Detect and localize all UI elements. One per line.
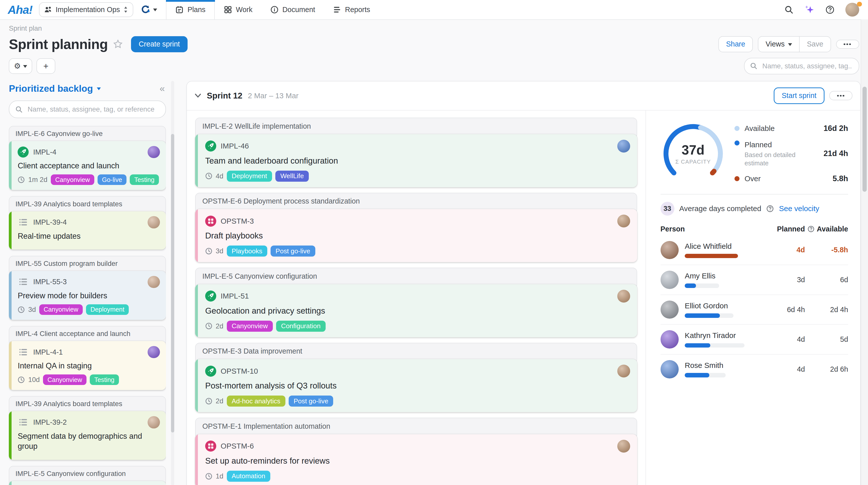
- develop-menu[interactable]: [141, 5, 157, 14]
- backlog-search-input[interactable]: [26, 105, 159, 114]
- legend-available: Available 16d 2h: [735, 124, 848, 133]
- work-grid-icon: [224, 5, 232, 14]
- record-reference: IMPL-51: [221, 292, 249, 300]
- work-item-card[interactable]: IMPL-51 Geolocation and privacy settings…: [195, 284, 637, 337]
- work-item-card[interactable]: IMPL-39-4 Real-time updates: [9, 211, 166, 250]
- person-available: 6d: [805, 276, 848, 284]
- ai-sparkle-icon[interactable]: [804, 4, 815, 15]
- epic-name: OPSTM-E-3 Data improvement: [203, 347, 302, 355]
- tag-list: PlaybooksPost go-live: [227, 246, 315, 257]
- start-sprint-button[interactable]: Start sprint: [774, 88, 824, 104]
- card-status-edge: [195, 209, 198, 262]
- question-icon[interactable]: [766, 205, 774, 213]
- tab-work[interactable]: Work: [215, 0, 261, 19]
- capacity-people-list: Alice Whitfield 4d -5.8h Amy Ellis 3d 6d…: [660, 235, 848, 384]
- work-item-card[interactable]: OPSTM-10 Post-mortem analysis of Q3 roll…: [195, 359, 637, 412]
- assignee-avatar: [148, 416, 160, 428]
- record-reference: IMPL-39-2: [33, 418, 67, 426]
- tag-list: DeploymentWellLife: [227, 171, 309, 182]
- save-button[interactable]: Save: [800, 37, 830, 52]
- record-title: Client acceptance and launch: [18, 161, 160, 171]
- views-button[interactable]: Views: [758, 37, 799, 52]
- scrollbar-thumb[interactable]: [171, 134, 174, 432]
- tag-pill: Configuration: [276, 321, 326, 332]
- capacity-bar-track: [685, 284, 719, 288]
- tab-reports[interactable]: Reports: [324, 0, 379, 19]
- epic-name: IMPL-39 Analytics board templates: [16, 200, 122, 208]
- tag-pill: Canyonview: [227, 321, 273, 332]
- tag-pill: Deployment: [227, 171, 272, 182]
- tag-pill: Go-live: [98, 174, 126, 185]
- tag-pill: Canyonview: [39, 304, 83, 315]
- create-sprint-button[interactable]: Create sprint: [131, 36, 188, 52]
- capacity-bar-track: [685, 373, 726, 378]
- tag-pill: Testing: [130, 174, 159, 185]
- rocket-icon: [205, 366, 216, 377]
- work-item-card[interactable]: OPSTM-3 Draft playbooks 3d PlaybooksPost…: [195, 209, 637, 262]
- capacity-bar-fill: [685, 313, 720, 318]
- clock-icon: [18, 306, 25, 313]
- work-item-card[interactable]: IMPL-39-2 Segment data by demographics a…: [9, 411, 166, 460]
- sprint-more-button[interactable]: [829, 91, 852, 100]
- assignee-avatar: [617, 290, 630, 302]
- avg-days-label: Average days completed: [679, 204, 761, 213]
- record-title: Set up auto-reminders for reviews: [205, 455, 630, 466]
- page-scrollbar[interactable]: [861, 19, 868, 485]
- develop-cycle-icon: [141, 5, 150, 14]
- legend-dot: [735, 176, 740, 181]
- scrollbar-thumb[interactable]: [863, 87, 867, 192]
- backlog-title-dropdown[interactable]: Prioritized backlog: [9, 83, 93, 94]
- tab-label: Reports: [345, 5, 370, 14]
- epic-name: OPSTM-E-1 Implementation automation: [203, 422, 331, 430]
- card-status-edge: [9, 411, 11, 460]
- tag-pill: Canyonview: [43, 375, 87, 385]
- work-item-card[interactable]: IMPL-46 Team and leaderboard configurati…: [195, 134, 637, 187]
- question-icon[interactable]: [807, 225, 815, 233]
- legend-sub-label: Based on detailed estimate: [745, 151, 819, 167]
- person-name: Rose Smith: [685, 361, 771, 370]
- work-item-card[interactable]: IMPL-4 Client acceptance and launch 1m 2…: [9, 141, 166, 190]
- sidebar-scrollbar[interactable]: [171, 81, 174, 485]
- more-button[interactable]: [836, 40, 859, 49]
- add-button[interactable]: +: [36, 58, 55, 74]
- person-avatar: [660, 360, 679, 379]
- legend-dot: [735, 140, 740, 146]
- sprint-section: Sprint 12 2 Mar – 13 Mar Start sprint IM…: [186, 81, 861, 485]
- sprint-dates: 2 Mar – 13 Mar: [248, 92, 299, 100]
- filter-search-input[interactable]: [761, 62, 853, 71]
- backlog-list-icon: [18, 277, 29, 288]
- tab-document[interactable]: Document: [261, 0, 324, 19]
- backlog-list-icon: [18, 217, 29, 228]
- tab-plans[interactable]: Plans: [166, 0, 215, 19]
- settings-button[interactable]: ⚙: [9, 58, 32, 74]
- favorite-star-icon[interactable]: [113, 39, 123, 50]
- epic-name: IMPL-E-6 Cayonview go-live: [16, 130, 102, 137]
- see-velocity-link[interactable]: See velocity: [779, 204, 819, 213]
- record-reference: IMPL-4-1: [33, 348, 63, 356]
- assignee-avatar: [148, 346, 160, 358]
- epic-name: IMPL-E-5 Canyonview configuration: [203, 272, 317, 280]
- user-avatar[interactable]: [845, 3, 859, 17]
- help-icon[interactable]: [825, 5, 835, 14]
- assignee-avatar: [617, 140, 630, 153]
- card-status-edge: [9, 141, 11, 190]
- collapse-sprint-icon[interactable]: [195, 94, 201, 98]
- search-icon[interactable]: [784, 5, 793, 14]
- work-item-card[interactable]: IMPL-39 Analytics board templates 3d Can…: [9, 481, 166, 485]
- record-reference: OPSTM-10: [221, 367, 258, 376]
- capacity-legend: Available 16d 2h PlannedBased on detaile…: [735, 124, 848, 184]
- capacity-panel: 37d Σ CAPACITY Available 16d 2h: [646, 110, 860, 485]
- work-item-card[interactable]: IMPL-55-3 Preview mode for builders 3d C…: [9, 271, 166, 320]
- workspace-selector[interactable]: Implementation Ops: [39, 2, 133, 17]
- person-name: Alice Whitfield: [685, 242, 771, 251]
- assignee-avatar: [617, 440, 630, 453]
- work-item-card[interactable]: OPSTM-6 Set up auto-reminders for review…: [195, 434, 637, 485]
- work-item-card[interactable]: IMPL-4-1 Internal QA in staging 10d Cany…: [9, 341, 166, 390]
- share-button[interactable]: Share: [718, 36, 753, 52]
- chevron-down-icon: [788, 43, 792, 48]
- more-icon: [837, 95, 845, 97]
- epic-name: IMPL-55 Custom program builder: [16, 260, 118, 267]
- collapse-sidebar-icon[interactable]: «: [160, 84, 166, 93]
- estimate-value: 1d: [216, 472, 223, 480]
- tag-list: CanyonviewDeployment: [39, 304, 129, 315]
